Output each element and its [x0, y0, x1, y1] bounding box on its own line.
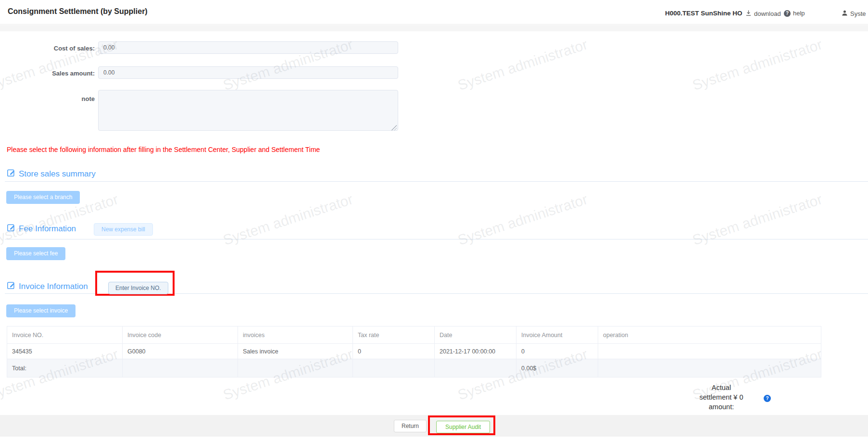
annotation-red-box: Supplier Audit	[428, 415, 495, 435]
note-textarea[interactable]	[98, 90, 398, 131]
table-cell: 0.00$	[516, 359, 598, 377]
annotation-red-box: Enter Invoice NO.	[95, 271, 175, 296]
watermark: System administrator	[691, 191, 824, 248]
table-header-row: Invoice NO.Invoice codeinvoicesTax rateD…	[7, 327, 821, 344]
watermark: System administrator	[691, 36, 824, 93]
download-button[interactable]: download	[745, 10, 781, 18]
table-cell: 2021-12-17 00:00:00	[435, 344, 516, 359]
column-header: invoices	[238, 327, 353, 344]
section-fee-information: Fee Information	[7, 223, 76, 234]
warning-text: Please select the following information …	[7, 146, 320, 153]
supplier-audit-button[interactable]: Supplier Audit	[436, 421, 490, 433]
new-expense-bill-button[interactable]: New expense bill	[94, 223, 153, 236]
column-header: Invoice Amount	[516, 327, 598, 344]
invoice-table: Invoice NO.Invoice codeinvoicesTax rateD…	[7, 326, 821, 377]
summary-line: settlement ¥ 0	[673, 392, 769, 402]
sales-amount-input[interactable]	[98, 66, 398, 79]
section-title: Fee Information	[19, 224, 76, 234]
table-row: 345435G0080Sales invoice02021-12-17 00:0…	[7, 344, 821, 359]
select-branch-button[interactable]: Please select a branch	[6, 191, 80, 204]
table-cell: 0	[353, 344, 435, 359]
help-icon: ?	[784, 10, 791, 17]
note-label: note	[0, 95, 95, 102]
column-header: Date	[435, 327, 516, 344]
table-total-row: Total:0.00$	[7, 359, 821, 377]
watermark: System administrator	[221, 191, 355, 248]
user-menu[interactable]: Syste	[842, 10, 866, 18]
header-divider	[0, 25, 868, 31]
cost-of-sales-label: Cost of sales:	[0, 45, 95, 52]
top-bar: Consignment Settlement (by Supplier) H00…	[0, 0, 868, 25]
summary-line: Actual	[673, 383, 769, 392]
select-invoice-button[interactable]: Please select invoice	[6, 304, 75, 317]
table-cell: 0	[516, 344, 598, 359]
user-icon	[842, 10, 848, 18]
table-cell: Sales invoice	[238, 344, 353, 359]
help-button[interactable]: ? help	[784, 10, 805, 17]
watermark: System administrator	[456, 36, 590, 93]
download-icon	[745, 10, 752, 18]
sales-amount-label: Sales amount:	[0, 70, 95, 77]
table-cell	[598, 344, 821, 359]
section-invoice-information: Invoice Information	[7, 281, 88, 292]
table-cell: 345435	[7, 344, 123, 359]
question-help-icon[interactable]: ?	[764, 395, 771, 402]
help-label: help	[793, 10, 805, 17]
section-divider	[5, 181, 868, 182]
table-cell	[598, 359, 821, 377]
column-header: Tax rate	[353, 327, 435, 344]
user-label: Syste	[850, 10, 866, 17]
table-cell	[435, 359, 516, 377]
return-button[interactable]: Return	[394, 420, 427, 432]
account-label: H000.TEST SunShine HO	[665, 10, 742, 17]
section-divider	[5, 239, 868, 239]
column-header: operation	[598, 327, 821, 344]
table-cell	[238, 359, 353, 377]
download-label: download	[754, 10, 781, 17]
actual-settlement-amount: Actual settlement ¥ 0 amount:	[673, 383, 769, 412]
table-cell: Total:	[7, 359, 123, 377]
watermark: System administrator	[456, 191, 590, 248]
table-cell	[123, 359, 238, 377]
enter-invoice-no-button[interactable]: Enter Invoice NO.	[108, 282, 168, 294]
table-cell: G0080	[123, 344, 238, 359]
column-header: Invoice code	[123, 327, 238, 344]
summary-line: amount:	[673, 402, 769, 412]
page-title: Consignment Settlement (by Supplier)	[8, 7, 148, 16]
section-store-sales-summary: Store sales summary	[7, 168, 96, 179]
table-cell	[353, 359, 435, 377]
edit-icon	[7, 223, 15, 234]
edit-icon	[7, 168, 15, 179]
select-fee-button[interactable]: Please select fee	[6, 247, 65, 260]
cost-of-sales-input[interactable]	[98, 41, 398, 54]
edit-icon	[7, 281, 15, 292]
section-title: Invoice Information	[19, 282, 88, 291]
section-title: Store sales summary	[19, 169, 96, 179]
column-header: Invoice NO.	[7, 327, 123, 344]
